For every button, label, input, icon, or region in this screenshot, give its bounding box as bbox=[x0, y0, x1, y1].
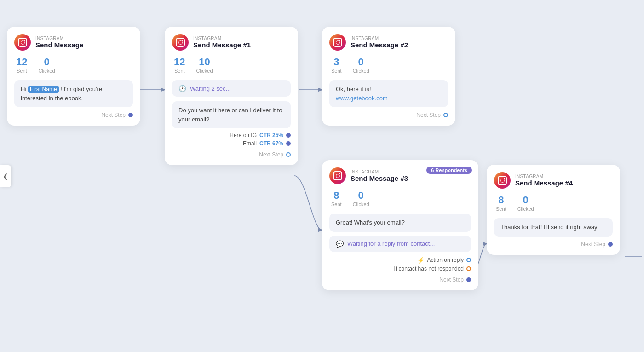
clock-icon: 🕐 bbox=[178, 85, 186, 92]
node5-clicked-value: 0 bbox=[518, 194, 534, 206]
node1-header: Instagram Send Message bbox=[14, 34, 133, 51]
node2-next-step[interactable]: Next Step bbox=[172, 151, 291, 158]
node2-ctr2-label: Email bbox=[243, 140, 257, 147]
node1-next-step[interactable]: Next Step bbox=[14, 112, 133, 118]
node1-platform: Instagram bbox=[35, 36, 83, 41]
node2-message: Do you want it here or can I deliver it … bbox=[172, 101, 291, 128]
node2-platform: Instagram bbox=[193, 36, 251, 41]
node3-clicked-label: Clicked bbox=[353, 68, 369, 74]
node4-sent-value: 8 bbox=[331, 190, 342, 202]
node4-action-reply: ⚡ Action on reply bbox=[329, 257, 471, 264]
node1-sent-label: Sent bbox=[16, 68, 27, 74]
node5-title: Send Message #4 bbox=[515, 179, 573, 187]
first-name-tag: First Name bbox=[28, 86, 59, 93]
node1-title: Send Message bbox=[35, 41, 83, 49]
node1-stats: 12 Sent 0 Clicked bbox=[14, 56, 133, 74]
node1-sent-value: 12 bbox=[16, 56, 27, 68]
node5-message: Thanks for that! I'll send it right away… bbox=[494, 218, 613, 237]
node4-title: Send Message #3 bbox=[351, 174, 408, 182]
node1-next-step-label: Next Step bbox=[101, 112, 126, 118]
node4-waiting-reply: 💬 Waiting for a reply from contact... bbox=[329, 236, 471, 252]
node5-next-step-dot[interactable] bbox=[608, 242, 613, 247]
flow-canvas: ❮ Instagram Send Message 12 Sent 0 Click… bbox=[0, 0, 644, 352]
instagram-icon-5 bbox=[494, 172, 511, 189]
node5-next-step[interactable]: Next Step bbox=[494, 241, 613, 248]
node4-not-responded: If contact has not responded bbox=[329, 265, 471, 272]
node-send-message[interactable]: Instagram Send Message 12 Sent 0 Clicked… bbox=[7, 27, 140, 126]
node3-sent-value: 3 bbox=[331, 56, 342, 68]
instagram-icon-1 bbox=[14, 34, 31, 51]
node2-ctr1-label: Here on IG bbox=[230, 132, 257, 138]
node3-platform: Instagram bbox=[351, 36, 408, 41]
node2-ctr1: Here on IG CTR 25% bbox=[172, 132, 291, 138]
node5-sent-label: Sent bbox=[496, 206, 506, 212]
node4-action-reply-label: Action on reply bbox=[427, 257, 464, 263]
node4-not-responded-label: If contact has not responded bbox=[394, 265, 464, 272]
node3-stats: 3 Sent 0 Clicked bbox=[329, 56, 448, 74]
node1-message: Hi First Name ! I'm glad you're interest… bbox=[14, 80, 133, 107]
left-nav-arrow[interactable]: ❮ bbox=[0, 165, 11, 187]
node-send-message-1[interactable]: Instagram Send Message #1 12 Sent 10 Cli… bbox=[165, 27, 298, 165]
node4-not-responded-dot[interactable] bbox=[466, 266, 471, 271]
node-send-message-3[interactable]: 6 Respondents Instagram Send Message #3 … bbox=[322, 160, 478, 290]
node3-link: www.getebook.com bbox=[336, 94, 442, 103]
node4-next-step-dot[interactable] bbox=[466, 277, 471, 282]
node2-ctr1-value: CTR 25% bbox=[259, 132, 283, 138]
node2-ctr1-dot[interactable] bbox=[286, 133, 291, 138]
node2-waiting-text: Waiting 2 sec... bbox=[190, 85, 230, 92]
node2-sent-label: Sent bbox=[174, 68, 185, 74]
node3-title: Send Message #2 bbox=[351, 41, 408, 49]
node3-next-step[interactable]: Next Step bbox=[329, 112, 448, 118]
node2-ctr2: Email CTR 67% bbox=[172, 140, 291, 147]
node-send-message-4[interactable]: Instagram Send Message #4 8 Sent 0 Click… bbox=[487, 165, 620, 255]
node3-message: Ok, here it is! www.getebook.com bbox=[329, 80, 448, 107]
node2-clicked-value: 10 bbox=[196, 56, 213, 68]
node5-next-step-label: Next Step bbox=[581, 241, 605, 248]
instagram-icon-3 bbox=[329, 34, 346, 51]
node5-sent-value: 8 bbox=[496, 194, 506, 206]
node5-platform: Instagram bbox=[515, 174, 573, 179]
node3-next-step-dot[interactable] bbox=[443, 113, 448, 117]
node1-next-step-dot[interactable] bbox=[128, 113, 133, 117]
node1-clicked-value: 0 bbox=[38, 56, 55, 68]
node4-clicked-label: Clicked bbox=[353, 202, 369, 207]
node2-stats: 12 Sent 10 Clicked bbox=[172, 56, 291, 74]
node2-next-step-dot[interactable] bbox=[286, 152, 291, 157]
node4-next-step-label: Next Step bbox=[439, 277, 464, 283]
chevron-left-icon: ❮ bbox=[3, 173, 8, 180]
instagram-icon-4 bbox=[329, 167, 346, 184]
node3-header: Instagram Send Message #2 bbox=[329, 34, 448, 51]
respondents-badge: 6 Respondents bbox=[426, 167, 472, 174]
node4-next-step[interactable]: Next Step bbox=[329, 277, 471, 283]
node4-message: Great! What's your email? bbox=[329, 214, 471, 232]
node4-waiting-reply-text: Waiting for a reply from contact... bbox=[347, 240, 435, 247]
node2-ctr2-value: CTR 67% bbox=[259, 140, 283, 147]
node4-clicked-value: 0 bbox=[353, 190, 369, 202]
node3-message-line1: Ok, here it is! bbox=[336, 85, 442, 94]
node3-sent-label: Sent bbox=[331, 68, 342, 74]
node2-sent-value: 12 bbox=[174, 56, 185, 68]
node2-clicked-label: Clicked bbox=[196, 68, 213, 74]
node5-stats: 8 Sent 0 Clicked bbox=[494, 194, 613, 212]
node-send-message-2[interactable]: Instagram Send Message #2 3 Sent 0 Click… bbox=[322, 27, 455, 126]
node2-next-step-label: Next Step bbox=[259, 151, 283, 158]
node2-ctr2-dot[interactable] bbox=[286, 141, 291, 146]
node4-action-reply-dot[interactable] bbox=[466, 258, 471, 262]
node5-clicked-label: Clicked bbox=[518, 206, 534, 212]
bolt-icon: ⚡ bbox=[417, 257, 425, 264]
node4-stats: 8 Sent 0 Clicked bbox=[329, 190, 471, 207]
node1-clicked-label: Clicked bbox=[38, 68, 55, 74]
node3-next-step-label: Next Step bbox=[416, 112, 441, 118]
node4-platform: Instagram bbox=[351, 169, 408, 174]
node5-header: Instagram Send Message #4 bbox=[494, 172, 613, 189]
node2-title: Send Message #1 bbox=[193, 41, 251, 49]
node4-sent-label: Sent bbox=[331, 202, 342, 207]
node3-clicked-value: 0 bbox=[353, 56, 369, 68]
node2-header: Instagram Send Message #1 bbox=[172, 34, 291, 51]
instagram-icon-2 bbox=[172, 34, 189, 51]
chat-bubble-icon: 💬 bbox=[336, 240, 344, 248]
node2-waiting: 🕐 Waiting 2 sec... bbox=[172, 80, 291, 97]
